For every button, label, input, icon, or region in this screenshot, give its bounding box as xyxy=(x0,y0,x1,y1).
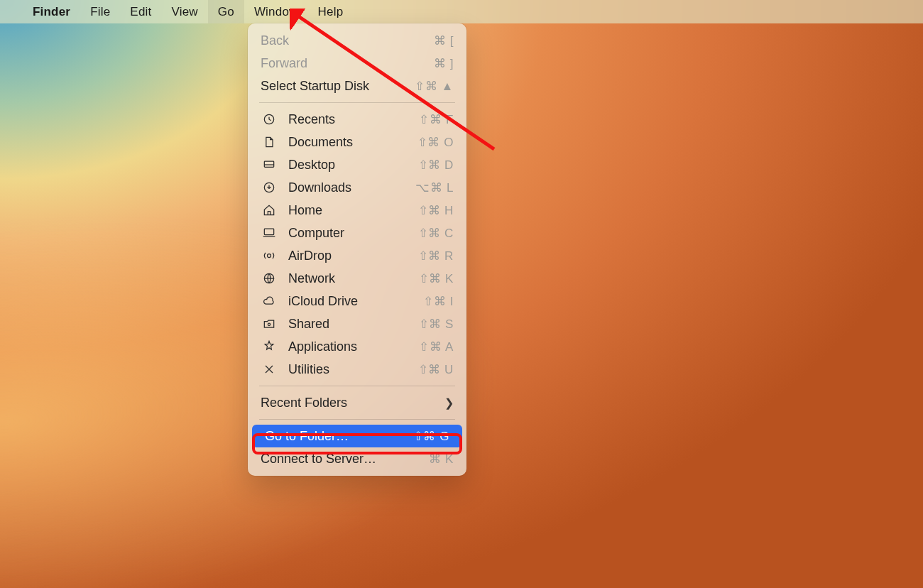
menu-item-forward: Forward ⌘ ] xyxy=(248,52,466,75)
menu-item-computer[interactable]: Computer ⇧⌘ C xyxy=(248,222,466,244)
home-icon xyxy=(261,203,278,217)
clock-icon xyxy=(261,112,278,126)
menu-edit[interactable]: Edit xyxy=(120,0,161,23)
menu-item-select-startup-disk[interactable]: Select Startup Disk ⇧⌘ ▲ xyxy=(248,75,466,97)
menu-item-shared[interactable]: Shared ⇧⌘ S xyxy=(248,312,466,335)
menu-file[interactable]: File xyxy=(80,0,120,23)
menu-item-connect-to-server[interactable]: Connect to Server… ⌘ K xyxy=(248,447,466,470)
menu-separator xyxy=(259,102,455,103)
menu-help[interactable]: Help xyxy=(308,0,354,23)
menu-item-back: Back ⌘ [ xyxy=(248,29,466,52)
shared-folder-icon xyxy=(261,317,278,331)
menu-item-airdrop[interactable]: AirDrop ⇧⌘ R xyxy=(248,244,466,267)
menu-item-network[interactable]: Network ⇧⌘ K xyxy=(248,267,466,290)
document-icon xyxy=(261,135,278,149)
network-icon xyxy=(261,271,278,285)
menu-item-icloud-drive[interactable]: iCloud Drive ⇧⌘ I xyxy=(248,290,466,312)
menu-app-name[interactable]: Finder xyxy=(23,0,80,23)
go-menu-dropdown: Back ⌘ [ Forward ⌘ ] Select Startup Disk… xyxy=(248,23,466,476)
menu-go[interactable]: Go xyxy=(208,0,244,23)
menu-item-desktop[interactable]: Desktop ⇧⌘ D xyxy=(248,153,466,176)
computer-icon xyxy=(261,226,278,240)
svg-point-4 xyxy=(268,254,271,258)
svg-point-6 xyxy=(268,323,270,325)
svg-rect-1 xyxy=(264,161,273,167)
desktop-icon xyxy=(261,158,278,172)
menu-item-documents[interactable]: Documents ⇧⌘ O xyxy=(248,131,466,153)
menu-separator xyxy=(259,419,455,420)
menu-window[interactable]: Window xyxy=(244,0,308,23)
menu-bar: Finder File Edit View Go Window Help xyxy=(0,0,923,23)
airdrop-icon xyxy=(261,249,278,263)
menu-item-recent-folders[interactable]: Recent Folders ❯ xyxy=(248,391,466,414)
menu-item-applications[interactable]: Applications ⇧⌘ A xyxy=(248,335,466,358)
menu-item-recents[interactable]: Recents ⇧⌘ F xyxy=(248,108,466,131)
chevron-right-icon: ❯ xyxy=(444,396,454,410)
download-icon xyxy=(261,180,278,195)
menu-separator xyxy=(259,386,455,386)
svg-rect-3 xyxy=(264,229,273,234)
menu-item-utilities[interactable]: Utilities ⇧⌘ U xyxy=(248,358,466,381)
cloud-icon xyxy=(261,294,278,308)
menu-item-downloads[interactable]: Downloads ⌥⌘ L xyxy=(248,176,466,199)
applications-icon xyxy=(261,339,278,354)
utilities-icon xyxy=(261,362,278,376)
menu-item-go-to-folder[interactable]: Go to Folder… ⇧⌘ G xyxy=(252,425,462,447)
menu-view[interactable]: View xyxy=(161,0,207,23)
menu-item-home[interactable]: Home ⇧⌘ H xyxy=(248,199,466,222)
